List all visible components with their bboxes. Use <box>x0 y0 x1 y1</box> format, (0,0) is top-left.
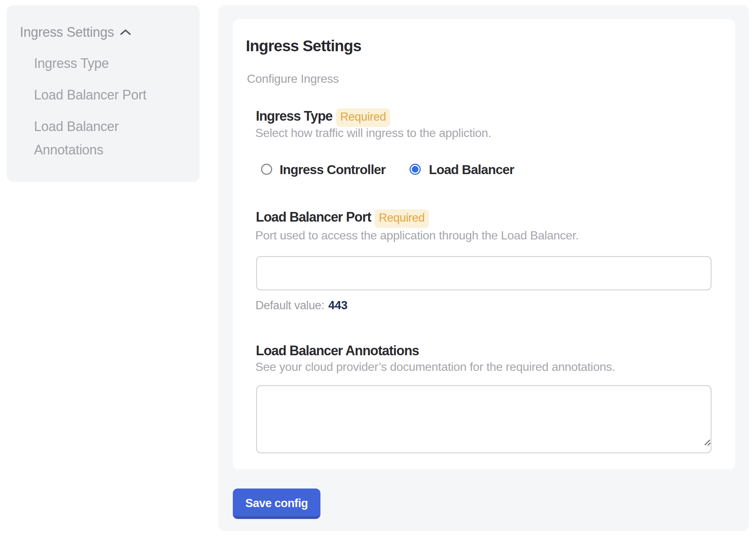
chevron-up-icon <box>120 29 131 35</box>
radio-label-load-balancer[interactable]: Load Balancer <box>429 163 514 176</box>
save-config-button[interactable]: Save config <box>233 489 320 519</box>
main-panel: Ingress Settings Configure Ingress Ingre… <box>218 5 749 531</box>
card-subtitle: Configure Ingress <box>247 73 339 85</box>
load-balancer-port-input[interactable] <box>256 256 711 290</box>
default-value-hint: Default value:443 <box>255 300 348 311</box>
field-label-load-balancer-port: Load Balancer Port <box>256 208 371 226</box>
radio-option-ingress-controller[interactable]: Ingress Controller <box>261 164 385 175</box>
radio-ingress-controller[interactable] <box>261 164 272 175</box>
required-badge: Required <box>375 209 428 228</box>
radio-label-ingress-controller[interactable]: Ingress Controller <box>280 163 385 176</box>
field-description-load-balancer-annotations: See your cloud provider’s documentation … <box>255 361 615 373</box>
radio-load-balancer[interactable] <box>410 164 421 175</box>
sidebar-item-ingress-type[interactable]: Ingress Type <box>34 52 182 75</box>
sidebar-item-load-balancer-annotations[interactable]: Load Balancer Annotations <box>34 115 182 161</box>
field-label-ingress-type: Ingress Type <box>256 107 332 125</box>
sidebar: Ingress Settings Ingress Type Load Balan… <box>7 5 200 182</box>
default-value-number: 443 <box>328 299 348 312</box>
field-description-ingress-type: Select how traffic will ingress to the a… <box>255 127 491 139</box>
radio-option-load-balancer[interactable]: Load Balancer <box>410 164 514 175</box>
ingress-settings-card: Ingress Settings Configure Ingress Ingre… <box>233 19 735 469</box>
load-balancer-annotations-textarea[interactable] <box>256 385 711 453</box>
field-label-load-balancer-annotations: Load Balancer Annotations <box>256 342 419 360</box>
card-title: Ingress Settings <box>246 38 361 54</box>
field-header-load-balancer-port: Load Balancer Port Required <box>256 208 429 226</box>
default-value-label: Default value: <box>255 299 324 312</box>
field-header-ingress-type: Ingress Type Required <box>256 107 390 125</box>
field-header-load-balancer-annotations: Load Balancer Annotations <box>256 342 419 360</box>
field-description-load-balancer-port: Port used to access the application thro… <box>255 229 579 241</box>
sidebar-item-load-balancer-port[interactable]: Load Balancer Port <box>34 83 182 107</box>
sidebar-group-label: Ingress Settings <box>20 24 114 40</box>
textarea-resize-handle-icon[interactable] <box>703 438 711 448</box>
sidebar-group-ingress-settings[interactable]: Ingress Settings <box>20 24 131 40</box>
required-badge: Required <box>336 108 390 127</box>
